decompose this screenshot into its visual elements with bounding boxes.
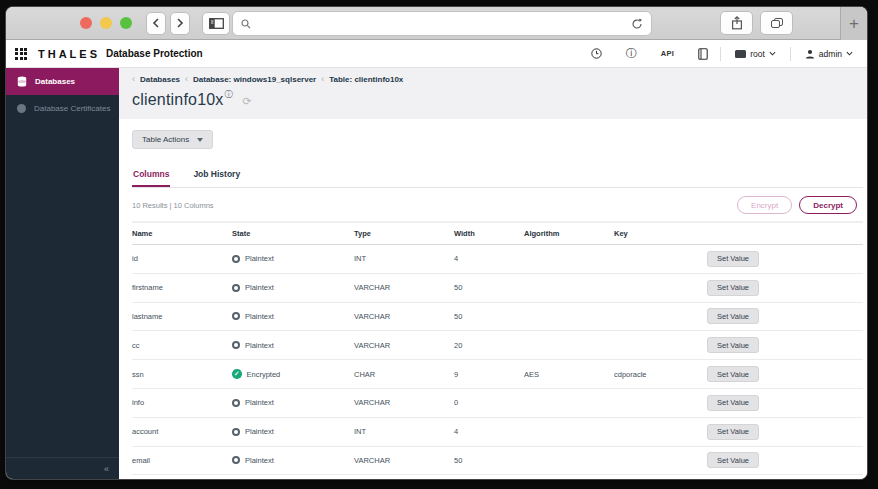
- traffic-lights: [80, 17, 132, 29]
- cell-type: VARCHAR: [354, 456, 454, 465]
- refresh-icon[interactable]: ⟳: [243, 95, 252, 108]
- new-tab-button[interactable]: +: [840, 7, 867, 40]
- caret-down-icon: [197, 138, 203, 142]
- close-window-button[interactable]: [80, 17, 92, 29]
- tabs-overview-icon: [771, 18, 783, 28]
- state-icon: [232, 428, 240, 436]
- header-type: Type: [354, 229, 454, 238]
- header-key: Key: [614, 229, 707, 238]
- user-menu[interactable]: admin: [791, 40, 867, 67]
- state-icon: [232, 312, 240, 320]
- breadcrumb-link-database[interactable]: Database: windows19_sqlserver: [193, 75, 316, 84]
- header-algorithm: Algorithm: [524, 229, 614, 238]
- info-button[interactable]: ⓘ: [614, 40, 649, 67]
- app-switcher-icon[interactable]: [15, 48, 27, 60]
- cell-action: Set Value: [707, 424, 863, 440]
- table-row: firstname Plaintext VARCHAR 50 Set Value: [132, 274, 863, 303]
- state-label: Encrypted: [247, 370, 281, 379]
- set-value-button[interactable]: Set Value: [707, 424, 759, 440]
- history-button[interactable]: [579, 40, 614, 67]
- reload-icon[interactable]: [631, 18, 643, 30]
- cell-width: 50: [454, 283, 524, 292]
- sidebar-item-databases[interactable]: Databases: [6, 68, 119, 95]
- set-value-button[interactable]: Set Value: [707, 280, 759, 296]
- chevron-down-icon: [846, 50, 853, 57]
- sidebar: Databases Database Certificates «: [6, 68, 119, 479]
- domain-label: root: [750, 49, 765, 59]
- browser-chrome: +: [6, 7, 867, 40]
- cell-width: 0: [454, 398, 524, 407]
- zoom-window-button[interactable]: [120, 17, 132, 29]
- cell-action: Set Value: [707, 251, 863, 267]
- cell-state: Plaintext: [232, 254, 354, 263]
- table-row: account Plaintext INT 4 Set Value: [132, 418, 863, 447]
- show-tabs-button[interactable]: [760, 11, 793, 35]
- cell-type: VARCHAR: [354, 312, 454, 321]
- tab-job-history[interactable]: Job History: [192, 163, 241, 187]
- cell-width: 50: [454, 312, 524, 321]
- sidebar-item-database-certificates[interactable]: Database Certificates: [6, 95, 119, 122]
- app-header-actions: ⓘ API root admin: [579, 40, 867, 67]
- state-label: Plaintext: [245, 312, 274, 321]
- cell-column-name: cc: [132, 341, 232, 350]
- header-state: State: [232, 229, 354, 238]
- cell-width: 9: [454, 370, 524, 379]
- cell-type: VARCHAR: [354, 283, 454, 292]
- decrypt-button[interactable]: Decrypt: [799, 196, 857, 214]
- tab-bar: Columns Job History: [132, 163, 863, 188]
- breadcrumb-current-table: Table: clientinfo10x: [329, 75, 403, 84]
- cell-action: Set Value: [707, 366, 863, 382]
- state-label: Plaintext: [245, 427, 274, 436]
- cell-type: CHAR: [354, 370, 454, 379]
- encrypt-button[interactable]: Encrypt: [737, 196, 792, 214]
- sidebar-toggle-button[interactable]: [202, 12, 230, 35]
- cell-algorithm: AES: [524, 370, 614, 379]
- forward-button[interactable]: [170, 12, 190, 35]
- cell-action: Set Value: [707, 395, 863, 411]
- app-header: THALES Database Protection ⓘ API root ad…: [6, 40, 867, 68]
- guide-button[interactable]: [686, 40, 720, 67]
- user-label: admin: [819, 49, 842, 59]
- breadcrumb-link-databases[interactable]: Databases: [140, 75, 180, 84]
- set-value-button[interactable]: Set Value: [707, 308, 759, 324]
- table-actions-button[interactable]: Table Actions: [132, 130, 213, 149]
- header-name: Name: [132, 229, 232, 238]
- cell-state: Plaintext: [232, 312, 354, 321]
- state-icon: [232, 399, 240, 407]
- set-value-button[interactable]: Set Value: [707, 395, 759, 411]
- table-row: id Plaintext INT 4 Set Value: [132, 245, 863, 274]
- tab-columns[interactable]: Columns: [132, 163, 170, 187]
- set-value-button[interactable]: Set Value: [707, 366, 759, 382]
- cell-action: Set Value: [707, 308, 863, 324]
- cell-column-name: id: [132, 254, 232, 263]
- sidebar-collapse[interactable]: «: [6, 457, 119, 479]
- database-icon: [17, 76, 27, 87]
- results-summary: 10 Results | 10 Columns: [132, 201, 214, 210]
- table-info-icon[interactable]: ⓘ: [225, 89, 233, 100]
- breadcrumb-chevron-icon: ‹: [132, 74, 135, 84]
- back-button[interactable]: [146, 12, 166, 35]
- book-icon: [698, 48, 708, 60]
- table-row: address Plaintext VARCHAR 50 Set Value: [132, 475, 863, 479]
- table-body: id Plaintext INT 4 Set Value: [132, 245, 863, 479]
- set-value-button[interactable]: Set Value: [707, 452, 759, 468]
- cell-column-name: account: [132, 427, 232, 436]
- state-label: Plaintext: [245, 283, 274, 292]
- share-icon: [731, 16, 743, 30]
- search-icon: [241, 19, 251, 29]
- set-value-button[interactable]: Set Value: [707, 251, 759, 267]
- plus-icon: +: [849, 14, 859, 34]
- domain-selector[interactable]: root: [721, 40, 790, 67]
- cell-type: INT: [354, 254, 454, 263]
- address-bar[interactable]: [232, 11, 652, 36]
- api-docs-button[interactable]: API: [649, 40, 686, 67]
- sidebar-item-label: Databases: [35, 77, 75, 86]
- minimize-window-button[interactable]: [100, 17, 112, 29]
- share-button[interactable]: [720, 11, 753, 35]
- user-icon: [805, 49, 815, 59]
- cell-state: Plaintext: [232, 283, 354, 292]
- clock-icon: [591, 48, 602, 59]
- set-value-button[interactable]: Set Value: [707, 337, 759, 353]
- info-icon: ⓘ: [626, 46, 637, 61]
- cell-width: 4: [454, 427, 524, 436]
